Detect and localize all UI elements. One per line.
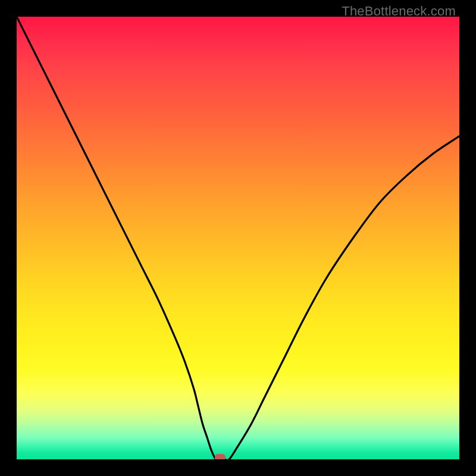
watermark-text: TheBottleneck.com	[342, 4, 456, 19]
optimum-marker-icon	[215, 454, 226, 459]
bottleneck-curve	[17, 17, 459, 459]
chart-frame: TheBottleneck.com	[0, 0, 476, 476]
plot-area	[17, 17, 459, 459]
